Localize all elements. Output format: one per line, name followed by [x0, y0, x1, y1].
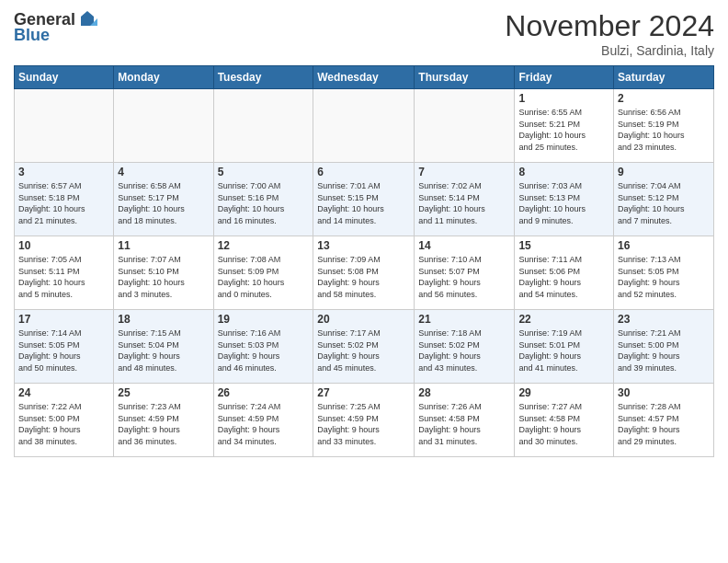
calendar: Sunday Monday Tuesday Wednesday Thursday… [14, 65, 714, 457]
col-wednesday: Wednesday [313, 66, 415, 89]
day-info: Sunrise: 7:24 AM Sunset: 4:59 PM Dayligh… [218, 401, 310, 447]
day-number: 9 [618, 166, 710, 178]
day-number: 21 [418, 313, 510, 326]
day-info: Sunrise: 6:57 AM Sunset: 5:18 PM Dayligh… [18, 180, 109, 226]
table-row: 15Sunrise: 7:11 AM Sunset: 5:06 PM Dayli… [515, 236, 614, 310]
table-row: 11Sunrise: 7:07 AM Sunset: 5:10 PM Dayli… [114, 236, 213, 310]
calendar-week-row: 24Sunrise: 7:22 AM Sunset: 5:00 PM Dayli… [15, 384, 714, 457]
day-info: Sunrise: 6:56 AM Sunset: 5:19 PM Dayligh… [618, 107, 710, 153]
table-row: 10Sunrise: 7:05 AM Sunset: 5:11 PM Dayli… [15, 236, 114, 310]
day-info: Sunrise: 7:28 AM Sunset: 4:57 PM Dayligh… [618, 401, 710, 447]
day-number: 27 [317, 386, 410, 399]
day-info: Sunrise: 7:13 AM Sunset: 5:05 PM Dayligh… [618, 254, 710, 300]
col-monday: Monday [114, 66, 213, 89]
table-row: 1Sunrise: 6:55 AM Sunset: 5:21 PM Daylig… [515, 89, 614, 163]
col-saturday: Saturday [614, 66, 714, 89]
day-number: 2 [618, 92, 710, 105]
day-number: 1 [518, 92, 609, 105]
table-row: 19Sunrise: 7:16 AM Sunset: 5:03 PM Dayli… [213, 310, 313, 384]
day-number: 3 [18, 166, 109, 178]
table-row: 2Sunrise: 6:56 AM Sunset: 5:19 PM Daylig… [614, 89, 714, 163]
table-row: 3Sunrise: 6:57 AM Sunset: 5:18 PM Daylig… [15, 163, 114, 236]
day-info: Sunrise: 7:11 AM Sunset: 5:06 PM Dayligh… [518, 254, 609, 300]
day-info: Sunrise: 7:04 AM Sunset: 5:12 PM Dayligh… [618, 180, 710, 226]
col-thursday: Thursday [415, 66, 515, 89]
table-row: 28Sunrise: 7:26 AM Sunset: 4:58 PM Dayli… [415, 384, 515, 457]
day-info: Sunrise: 7:14 AM Sunset: 5:05 PM Dayligh… [18, 327, 109, 373]
table-row: 5Sunrise: 7:00 AM Sunset: 5:16 PM Daylig… [213, 163, 313, 236]
day-number: 22 [518, 313, 609, 326]
table-row: 14Sunrise: 7:10 AM Sunset: 5:07 PM Dayli… [415, 236, 515, 310]
table-row: 18Sunrise: 7:15 AM Sunset: 5:04 PM Dayli… [114, 310, 213, 384]
table-row: 16Sunrise: 7:13 AM Sunset: 5:05 PM Dayli… [614, 236, 714, 310]
table-row [415, 89, 515, 163]
day-number: 17 [18, 313, 109, 326]
table-row: 25Sunrise: 7:23 AM Sunset: 4:59 PM Dayli… [114, 384, 213, 457]
calendar-week-row: 1Sunrise: 6:55 AM Sunset: 5:21 PM Daylig… [15, 89, 714, 163]
table-row: 4Sunrise: 6:58 AM Sunset: 5:17 PM Daylig… [114, 163, 213, 236]
table-row: 12Sunrise: 7:08 AM Sunset: 5:09 PM Dayli… [213, 236, 313, 310]
table-row: 9Sunrise: 7:04 AM Sunset: 5:12 PM Daylig… [614, 163, 714, 236]
col-sunday: Sunday [15, 66, 114, 89]
day-number: 4 [118, 166, 209, 178]
day-number: 16 [618, 239, 710, 252]
table-row [114, 89, 213, 163]
day-number: 6 [317, 166, 410, 178]
calendar-week-row: 3Sunrise: 6:57 AM Sunset: 5:18 PM Daylig… [15, 163, 714, 236]
day-number: 12 [218, 239, 310, 252]
day-number: 7 [418, 166, 510, 178]
day-info: Sunrise: 7:17 AM Sunset: 5:02 PM Dayligh… [317, 327, 410, 373]
day-number: 14 [418, 239, 510, 252]
table-row: 27Sunrise: 7:25 AM Sunset: 4:59 PM Dayli… [313, 384, 415, 457]
col-friday: Friday [515, 66, 614, 89]
day-info: Sunrise: 6:55 AM Sunset: 5:21 PM Dayligh… [518, 107, 609, 153]
table-row [213, 89, 313, 163]
table-row: 23Sunrise: 7:21 AM Sunset: 5:00 PM Dayli… [614, 310, 714, 384]
day-number: 23 [618, 313, 710, 326]
day-info: Sunrise: 6:58 AM Sunset: 5:17 PM Dayligh… [118, 180, 209, 226]
table-row: 22Sunrise: 7:19 AM Sunset: 5:01 PM Dayli… [515, 310, 614, 384]
day-info: Sunrise: 7:00 AM Sunset: 5:16 PM Dayligh… [218, 180, 310, 226]
table-row: 30Sunrise: 7:28 AM Sunset: 4:57 PM Dayli… [614, 384, 714, 457]
calendar-header-row: Sunday Monday Tuesday Wednesday Thursday… [15, 66, 714, 89]
day-info: Sunrise: 7:15 AM Sunset: 5:04 PM Dayligh… [118, 327, 209, 373]
table-row: 26Sunrise: 7:24 AM Sunset: 4:59 PM Dayli… [213, 384, 313, 457]
day-info: Sunrise: 7:16 AM Sunset: 5:03 PM Dayligh… [218, 327, 310, 373]
logo-icon [77, 9, 97, 29]
col-tuesday: Tuesday [213, 66, 313, 89]
day-number: 28 [418, 386, 510, 399]
day-info: Sunrise: 7:26 AM Sunset: 4:58 PM Dayligh… [418, 401, 510, 447]
month-title: November 2024 [505, 9, 714, 43]
logo-blue-text: Blue [14, 26, 50, 45]
page: General Blue November 2024 Bulzi, Sardin… [0, 0, 728, 471]
calendar-week-row: 17Sunrise: 7:14 AM Sunset: 5:05 PM Dayli… [15, 310, 714, 384]
table-row: 6Sunrise: 7:01 AM Sunset: 5:15 PM Daylig… [313, 163, 415, 236]
day-number: 11 [118, 239, 209, 252]
day-info: Sunrise: 7:18 AM Sunset: 5:02 PM Dayligh… [418, 327, 510, 373]
table-row: 7Sunrise: 7:02 AM Sunset: 5:14 PM Daylig… [415, 163, 515, 236]
day-info: Sunrise: 7:25 AM Sunset: 4:59 PM Dayligh… [317, 401, 410, 447]
table-row: 17Sunrise: 7:14 AM Sunset: 5:05 PM Dayli… [15, 310, 114, 384]
table-row: 20Sunrise: 7:17 AM Sunset: 5:02 PM Dayli… [313, 310, 415, 384]
day-number: 18 [118, 313, 209, 326]
table-row: 21Sunrise: 7:18 AM Sunset: 5:02 PM Dayli… [415, 310, 515, 384]
day-info: Sunrise: 7:10 AM Sunset: 5:07 PM Dayligh… [418, 254, 510, 300]
day-number: 30 [618, 386, 710, 399]
subtitle: Bulzi, Sardinia, Italy [505, 43, 714, 58]
day-info: Sunrise: 7:02 AM Sunset: 5:14 PM Dayligh… [418, 180, 510, 226]
day-info: Sunrise: 7:23 AM Sunset: 4:59 PM Dayligh… [118, 401, 209, 447]
table-row [15, 89, 114, 163]
day-info: Sunrise: 7:22 AM Sunset: 5:00 PM Dayligh… [18, 401, 109, 447]
day-number: 8 [518, 166, 609, 178]
day-info: Sunrise: 7:21 AM Sunset: 5:00 PM Dayligh… [618, 327, 710, 373]
day-number: 25 [118, 386, 209, 399]
svg-marker-0 [81, 11, 94, 26]
table-row: 13Sunrise: 7:09 AM Sunset: 5:08 PM Dayli… [313, 236, 415, 310]
day-number: 24 [18, 386, 109, 399]
day-info: Sunrise: 7:05 AM Sunset: 5:11 PM Dayligh… [18, 254, 109, 300]
day-info: Sunrise: 7:27 AM Sunset: 4:58 PM Dayligh… [518, 401, 609, 447]
day-number: 13 [317, 239, 410, 252]
day-info: Sunrise: 7:07 AM Sunset: 5:10 PM Dayligh… [118, 254, 209, 300]
table-row [313, 89, 415, 163]
calendar-week-row: 10Sunrise: 7:05 AM Sunset: 5:11 PM Dayli… [15, 236, 714, 310]
